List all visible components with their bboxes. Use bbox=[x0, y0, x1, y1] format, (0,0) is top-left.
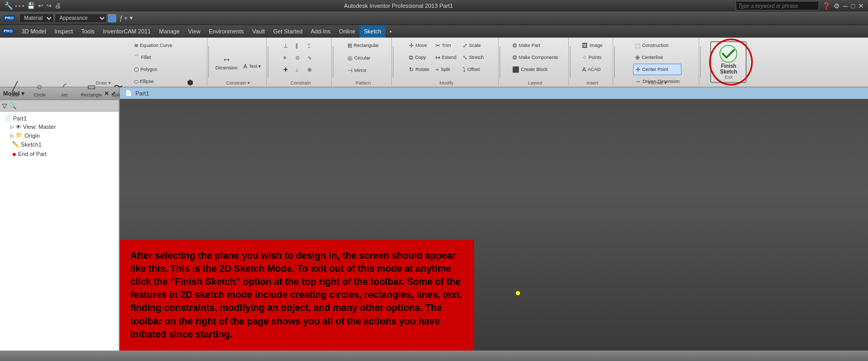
rectangular-button[interactable]: ⊞ Rectangular bbox=[345, 40, 381, 51]
offset-icon: ⤵ bbox=[463, 66, 466, 73]
formula-dropdown-icon[interactable]: ▼ bbox=[129, 15, 134, 21]
construction-icon: ⬚ bbox=[635, 42, 640, 49]
modify-group-label: Modify bbox=[394, 80, 498, 86]
constrain-icon-8[interactable]: ⟂ bbox=[295, 64, 306, 75]
fillet-icon: ⌒ bbox=[134, 54, 140, 62]
formula-plus-icon[interactable]: + bbox=[124, 15, 128, 22]
make-part-button[interactable]: ⚙ Make Part bbox=[510, 40, 561, 51]
tree-item-endofpart[interactable]: ● End of Part bbox=[8, 149, 117, 159]
construction-button[interactable]: ⬚ Construction bbox=[633, 40, 681, 51]
constrain-icon-2[interactable]: ∥ bbox=[295, 40, 306, 51]
part1-icon: 📄 bbox=[4, 115, 11, 122]
ribbon-group-modify: ✛ Move ⧉ Copy ↻ Rotate ✂ Trim ↦ bbox=[394, 38, 499, 87]
maximize-icon[interactable]: □ bbox=[851, 2, 855, 10]
menu-online[interactable]: Online bbox=[334, 25, 359, 38]
mirror-button[interactable]: ⊣ Mirror bbox=[345, 65, 381, 76]
qa-print-icon[interactable]: 🖨 bbox=[55, 2, 61, 9]
constrain-group-label: Constrain ▾ bbox=[210, 80, 267, 86]
fillet-button[interactable]: ⌒ Fillet bbox=[132, 52, 175, 63]
constrain-icon-3[interactable]: ⌶ bbox=[307, 40, 318, 51]
copy-button[interactable]: ⧉ Copy bbox=[407, 52, 431, 63]
tree-item-sketch1[interactable]: ✏️ Sketch1 bbox=[8, 140, 117, 149]
image-button[interactable]: 🖼 Image bbox=[580, 40, 604, 51]
scale-button[interactable]: ⤢ Scale bbox=[461, 40, 486, 51]
ribbon-group-constrain: ⊥ ∥ ⌶ ≡ ⊙ ∿ ✚ ⟂ ⊕ Constrain bbox=[269, 38, 332, 87]
constrain-icon-9[interactable]: ⊕ bbox=[307, 64, 318, 75]
view-icon: 👁 bbox=[16, 124, 21, 130]
main-content: Model ▾ ✕ ⤢ ▽ 🔍 📄 Part1 ▷ 👁 View: Master… bbox=[0, 88, 868, 351]
dimension-button[interactable]: ↔ Dimension bbox=[213, 53, 241, 72]
menu-3dmodel[interactable]: 3D Model bbox=[17, 25, 50, 38]
stretch-button[interactable]: ⤡ Stretch bbox=[461, 52, 486, 63]
menu-environments[interactable]: Environments bbox=[205, 25, 248, 38]
extend-button[interactable]: ↦ Extend bbox=[433, 52, 458, 63]
text-icon: A bbox=[243, 63, 247, 69]
menu-getstarted[interactable]: Get Started bbox=[269, 25, 306, 38]
finish-sketch-section: FinishSketch Exit bbox=[702, 38, 755, 87]
material-dropdown[interactable]: Material bbox=[19, 14, 54, 23]
canvas-area[interactable]: 📄 Part1 After selecting the plane you wi… bbox=[120, 88, 868, 351]
settings-icon[interactable]: ⚙ bbox=[834, 2, 840, 10]
minimize-icon[interactable]: ─ bbox=[843, 2, 848, 10]
create-block-button[interactable]: ⬛ Create Block bbox=[510, 64, 561, 75]
points-button[interactable]: ⁘ Points bbox=[580, 52, 604, 63]
polygon-button[interactable]: ⬡ Polygon bbox=[132, 64, 175, 75]
canvas-grid bbox=[120, 88, 276, 166]
circular-button[interactable]: ◎ Circular bbox=[345, 52, 381, 64]
text-button[interactable]: A Text ▾ bbox=[241, 61, 263, 72]
rotate-icon: ↻ bbox=[409, 66, 414, 73]
tree-content: 📄 Part1 ▷ 👁 View: Master ▷ 📁 Origin ✏️ S… bbox=[0, 112, 119, 351]
tree-item-view[interactable]: ▷ 👁 View: Master bbox=[8, 123, 117, 131]
move-button[interactable]: ✛ Move bbox=[407, 40, 431, 51]
menu-sketch[interactable]: Sketch bbox=[359, 25, 386, 38]
menu-inventorcam[interactable]: InventorCAM 2011 bbox=[99, 25, 155, 38]
finish-sketch-button[interactable]: FinishSketch Exit bbox=[710, 41, 747, 83]
text-col: A Text ▾ bbox=[241, 61, 263, 72]
trim-button[interactable]: ✂ Trim bbox=[433, 40, 458, 51]
search-input[interactable] bbox=[736, 1, 819, 10]
equation-curve-button[interactable]: ≋ Equation Curve bbox=[132, 40, 175, 51]
close-icon[interactable]: ✕ bbox=[858, 2, 864, 10]
centerline-button[interactable]: ⊕ Centerline bbox=[633, 52, 681, 63]
endofpart-icon: ● bbox=[12, 150, 16, 158]
menu-addins[interactable]: Add-Ins bbox=[307, 25, 335, 38]
qa-undo-icon[interactable]: ↩ bbox=[38, 2, 43, 9]
qa-save-icon[interactable]: 💾 bbox=[27, 2, 35, 9]
tree-item-origin[interactable]: ▷ 📁 Origin bbox=[8, 131, 117, 140]
title-bar-left: 🔧 ▪ ▪ ▪ 💾 ↩ ↪ 🖨 bbox=[4, 2, 61, 10]
menu-extra[interactable]: ▪ bbox=[386, 25, 396, 38]
formula-icon[interactable]: ƒ bbox=[119, 15, 123, 22]
acad-button[interactable]: A ACAD bbox=[580, 64, 604, 75]
help-icon[interactable]: ❓ bbox=[822, 2, 830, 10]
status-bar bbox=[0, 351, 868, 361]
menu-manage[interactable]: Manage bbox=[155, 25, 184, 38]
create-block-icon: ⬛ bbox=[512, 66, 519, 73]
origin-icon: 📁 bbox=[16, 132, 23, 139]
constrain-icon-6[interactable]: ∿ bbox=[307, 52, 318, 63]
center-point-icon: ✛ bbox=[636, 66, 640, 73]
make-part-icon: ⚙ bbox=[512, 42, 517, 49]
checkmark-icon bbox=[719, 44, 738, 63]
menu-inspect[interactable]: Inspect bbox=[50, 25, 77, 38]
split-button[interactable]: ⌁ Split bbox=[433, 64, 458, 75]
menu-vault[interactable]: Vault bbox=[248, 25, 269, 38]
constrain-icon-7[interactable]: ✚ bbox=[283, 64, 294, 75]
rotate-button[interactable]: ↻ Rotate bbox=[407, 64, 431, 75]
constrain-icon-1[interactable]: ⊥ bbox=[283, 40, 294, 51]
image-icon: 🖼 bbox=[582, 42, 588, 49]
tree-item-part1[interactable]: 📄 Part1 bbox=[2, 114, 117, 123]
constrain-icon-4[interactable]: ≡ bbox=[283, 52, 294, 63]
menu-tools[interactable]: Tools bbox=[77, 25, 99, 38]
annotation-box: After selecting the plane you wish to de… bbox=[120, 240, 474, 351]
dimension-icon: ↔ bbox=[222, 55, 231, 64]
appearance-dropdown[interactable]: Appearance bbox=[55, 14, 107, 23]
center-point-button[interactable]: ✛ Center Point bbox=[633, 64, 681, 75]
stretch-icon: ⤡ bbox=[463, 54, 467, 61]
make-components-button[interactable]: ⚙ Make Components bbox=[510, 52, 561, 63]
title-bar-right: ❓ ⚙ ─ □ ✕ bbox=[736, 1, 864, 10]
qa-redo-icon[interactable]: ↪ bbox=[46, 2, 52, 9]
draw-group-label: Draw ▾ bbox=[0, 80, 207, 86]
offset-button[interactable]: ⤵ Offset bbox=[461, 64, 486, 75]
menu-view[interactable]: View bbox=[184, 25, 205, 38]
constrain-icon-5[interactable]: ⊙ bbox=[295, 52, 306, 63]
